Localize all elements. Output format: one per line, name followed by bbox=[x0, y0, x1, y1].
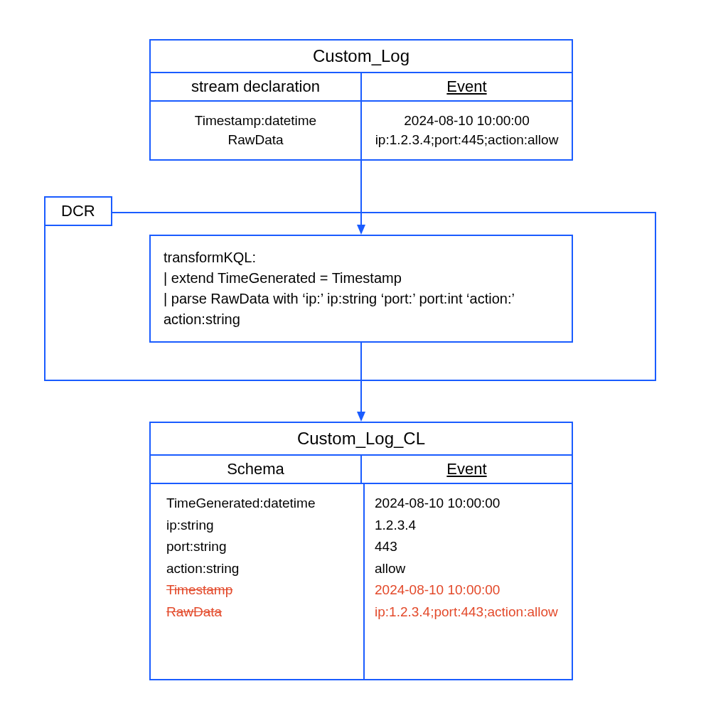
stream-decl-line2: RawData bbox=[159, 131, 352, 150]
dcr-label: DCR bbox=[44, 196, 112, 226]
event-body-top: 2024-08-10 10:00:00 ip:1.2.3.4;port:445;… bbox=[362, 102, 572, 159]
schema-header-text: Schema bbox=[227, 460, 284, 478]
schema-row-5-timestamp: Timestamp bbox=[166, 581, 355, 600]
schema-body: TimeGenerated:datetime ip:string port:st… bbox=[151, 484, 365, 680]
event-header-top-text: Event bbox=[446, 77, 486, 95]
transform-kql-box: transformKQL: | extend TimeGenerated = T… bbox=[149, 235, 573, 343]
custom-log-title: Custom_Log bbox=[151, 41, 572, 73]
custom-log-headers: stream declaration Event bbox=[151, 73, 572, 102]
schema-row-4: action:string bbox=[166, 560, 355, 579]
kql-line3: | parse RawData with ‘ip:’ ip:string ‘po… bbox=[164, 289, 559, 309]
custom-log-cl-title: Custom_Log_CL bbox=[151, 423, 572, 456]
event-row-6: ip:1.2.3.4;port:443;action:allow bbox=[375, 603, 563, 622]
event-row-2: 1.2.3.4 bbox=[375, 516, 563, 535]
event-row-5: 2024-08-10 10:00:00 bbox=[375, 581, 563, 600]
kql-line1: transformKQL: bbox=[164, 247, 559, 268]
stream-declaration-body: Timestamp:datetime RawData bbox=[151, 102, 362, 159]
event-row-1: 2024-08-10 10:00:00 bbox=[375, 494, 563, 513]
schema-header: Schema bbox=[151, 456, 362, 484]
dcr-label-text: DCR bbox=[61, 202, 95, 220]
schema-row-2: ip:string bbox=[166, 516, 355, 535]
schema-row-3: port:string bbox=[166, 537, 355, 557]
event-header-bottom: Event bbox=[362, 456, 572, 484]
event-top-line1: 2024-08-10 10:00:00 bbox=[370, 112, 563, 131]
event-row-4: allow bbox=[375, 560, 563, 579]
custom-log-cl-body: TimeGenerated:datetime ip:string port:st… bbox=[151, 484, 572, 680]
kql-line4: action:string bbox=[164, 309, 559, 330]
event-row-3: 443 bbox=[375, 537, 563, 557]
custom-log-body: Timestamp:datetime RawData 2024-08-10 10… bbox=[151, 102, 572, 159]
event-body-bottom: 2024-08-10 10:00:00 1.2.3.4 443 allow 20… bbox=[365, 484, 572, 680]
stream-declaration-header-text: stream declaration bbox=[191, 77, 320, 95]
stream-decl-line1: Timestamp:datetime bbox=[159, 112, 352, 131]
schema-row-1: TimeGenerated:datetime bbox=[166, 494, 355, 513]
kql-line2: | extend TimeGenerated = Timestamp bbox=[164, 268, 559, 289]
event-header-bottom-text: Event bbox=[446, 460, 486, 478]
event-header-top: Event bbox=[362, 73, 572, 102]
custom-log-cl-headers: Schema Event bbox=[151, 456, 572, 484]
custom-log-box: Custom_Log stream declaration Event Time… bbox=[149, 39, 573, 161]
stream-declaration-header: stream declaration bbox=[151, 73, 362, 102]
event-top-line2: ip:1.2.3.4;port:445;action:allow bbox=[370, 131, 563, 150]
schema-row-6-rawdata: RawData bbox=[166, 603, 355, 622]
custom-log-cl-box: Custom_Log_CL Schema Event TimeGenerated… bbox=[149, 422, 573, 680]
